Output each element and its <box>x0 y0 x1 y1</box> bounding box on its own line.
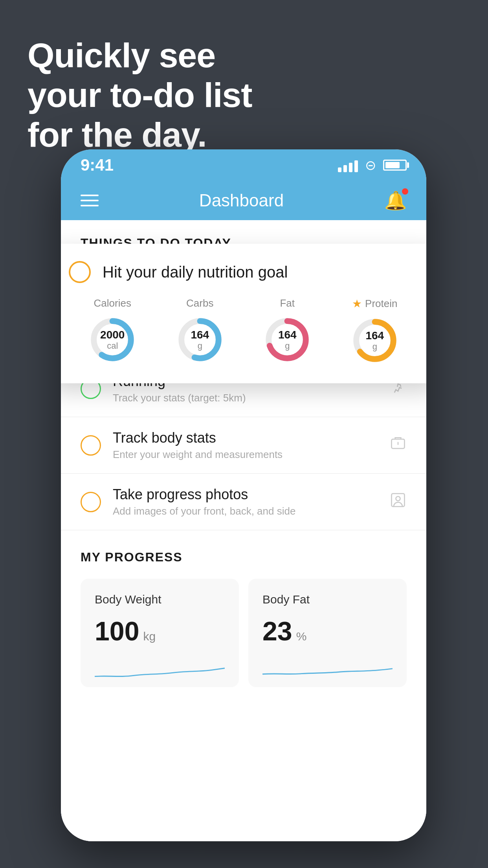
body-weight-card[interactable]: Body Weight 100 kg <box>81 579 239 687</box>
nutrition-calories: Calories 2000 cal <box>87 297 138 365</box>
todo-photos-subtitle: Add images of your front, back, and side <box>113 505 389 517</box>
calories-unit: cal <box>100 341 125 350</box>
body-weight-sparkline <box>95 658 225 686</box>
hamburger-menu[interactable] <box>81 195 99 206</box>
todo-photos-title: Take progress photos <box>113 486 389 503</box>
nutrition-row: Calories 2000 cal Carbs <box>69 297 418 366</box>
todo-item-photos[interactable]: Take progress photos Add images of your … <box>61 474 426 530</box>
background-headline: Quickly see your to-do list for the day. <box>28 35 252 155</box>
bell-notification-dot <box>402 188 408 195</box>
todo-circle-nutrition[interactable] <box>69 261 91 283</box>
status-bar: 9:41 ⊝ <box>61 149 426 181</box>
nutrition-protein: ★ Protein 164 g <box>349 297 400 366</box>
todo-circle-photos <box>81 492 101 512</box>
fat-unit: g <box>278 341 297 350</box>
body-weight-value: 100 <box>95 616 139 646</box>
protein-value: 164 <box>365 330 384 342</box>
carbs-donut: 164 g <box>174 314 226 365</box>
todo-circle-body-stats <box>81 435 101 456</box>
scale-icon <box>389 435 407 456</box>
bell-button[interactable]: 🔔 <box>384 190 407 211</box>
todo-running-subtitle: Track your stats (target: 5km) <box>113 392 389 404</box>
carbs-unit: g <box>191 341 209 350</box>
todo-list: Running Track your stats (target: 5km) T… <box>61 360 426 530</box>
fat-label: Fat <box>280 297 295 309</box>
person-icon <box>389 491 407 513</box>
star-icon: ★ <box>352 297 362 310</box>
svg-point-10 <box>396 496 400 500</box>
battery-icon <box>383 160 407 171</box>
nutrition-carbs: Carbs 164 g <box>174 297 226 365</box>
body-fat-sparkline <box>262 658 393 686</box>
todo-item-body-stats[interactable]: Track body stats Enter your weight and m… <box>61 417 426 474</box>
nutrition-fat: Fat 164 g <box>262 297 313 365</box>
progress-cards: Body Weight 100 kg Body Fat 23 % <box>81 579 407 687</box>
protein-label: ★ Protein <box>352 297 397 310</box>
calories-label: Calories <box>94 297 131 309</box>
progress-header: MY PROGRESS <box>81 550 407 565</box>
wifi-icon: ⊝ <box>365 157 376 173</box>
fat-value: 164 <box>278 329 297 341</box>
calories-donut: 2000 cal <box>87 314 138 365</box>
phone-content: THINGS TO DO TODAY Hit your daily nutrit… <box>61 220 426 841</box>
body-fat-card[interactable]: Body Fat 23 % <box>248 579 407 687</box>
carbs-label: Carbs <box>186 297 213 309</box>
nutrition-card-title: Hit your daily nutrition goal <box>103 263 288 281</box>
nav-title: Dashboard <box>199 191 284 210</box>
svg-rect-9 <box>392 493 405 506</box>
calories-value: 2000 <box>100 329 125 341</box>
signal-icon <box>338 158 358 172</box>
carbs-value: 164 <box>191 329 209 341</box>
todo-body-stats-subtitle: Enter your weight and measurements <box>113 449 389 461</box>
body-fat-unit: % <box>296 630 307 643</box>
nav-bar: Dashboard 🔔 <box>61 181 426 220</box>
body-weight-unit: kg <box>143 630 156 643</box>
status-icons: ⊝ <box>338 157 407 173</box>
nutrition-card: Hit your daily nutrition goal Calories 2… <box>61 244 426 383</box>
todo-body-stats-title: Track body stats <box>113 430 389 446</box>
protein-unit: g <box>365 342 384 351</box>
body-fat-value: 23 <box>262 616 292 646</box>
body-weight-title: Body Weight <box>95 593 225 606</box>
phone-mockup: 9:41 ⊝ Dashboard 🔔 THINGS TO DO TODA <box>61 149 426 841</box>
fat-donut: 164 g <box>262 314 313 365</box>
body-fat-title: Body Fat <box>262 593 393 606</box>
progress-section: MY PROGRESS Body Weight 100 kg Body Fat <box>61 530 426 687</box>
status-time: 9:41 <box>81 156 114 175</box>
protein-donut: 164 g <box>349 315 400 366</box>
